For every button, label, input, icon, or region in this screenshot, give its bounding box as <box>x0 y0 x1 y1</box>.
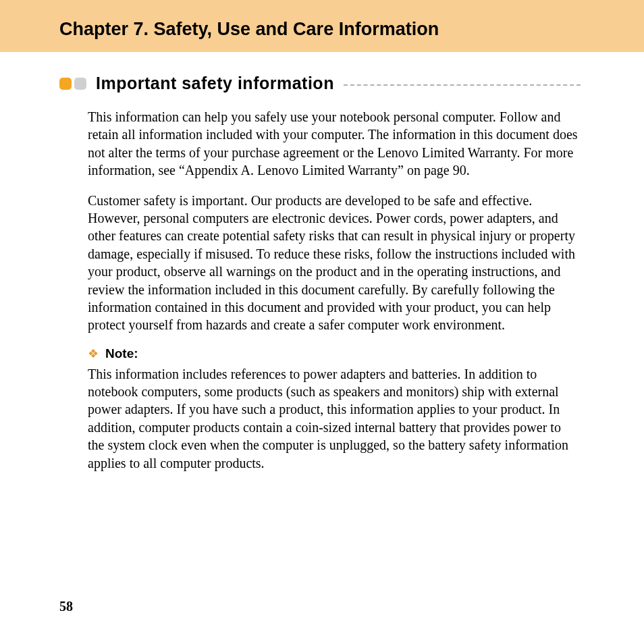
page-content: Important safety information This inform… <box>0 52 644 472</box>
bullet-grey-icon <box>74 78 86 90</box>
section-title: Important safety information <box>96 74 334 93</box>
dashed-rule <box>344 84 581 86</box>
chapter-header-band: Chapter 7. Safety, Use and Care Informat… <box>0 0 644 52</box>
note-label: Note: <box>105 346 138 361</box>
bullet-orange-icon <box>59 78 72 90</box>
section-header: Important safety information <box>59 74 581 93</box>
note-diamond-icon: ❖ <box>88 346 99 361</box>
paragraph-intro: This information can help you safely use… <box>88 108 581 180</box>
chapter-title: Chapter 7. Safety, Use and Care Informat… <box>59 19 644 40</box>
page-number: 58 <box>59 599 73 614</box>
paragraph-safety: Customer safety is important. Our produc… <box>88 192 581 334</box>
note-text: This information includes references to … <box>88 365 581 472</box>
note-header: ❖ Note: <box>88 346 581 361</box>
